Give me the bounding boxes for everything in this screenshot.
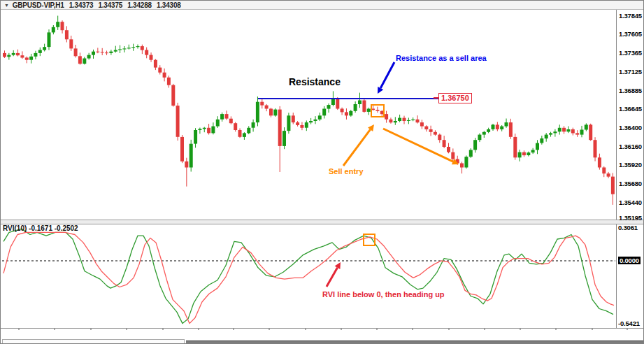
price-axis-label: 1.36885 [619,87,644,94]
resistance-sell-area-label[interactable]: Resistance as a sell area [396,54,487,62]
horizontal-scrollbar [1,338,644,344]
price-axis-label: 1.36160 [619,143,644,150]
rvi-note-label[interactable]: RVI line below 0, then heading up [322,290,445,299]
sell-entry-label[interactable]: Sell entry [329,167,364,175]
indicator-pane-splitter[interactable] [1,220,644,224]
scrollbar-track[interactable] [186,341,644,344]
rvi-indicator-header: RVI(10) -0.1671 -0.2502 [3,224,78,232]
scrollbar-thumb[interactable] [2,339,185,344]
price-axis-label: 1.35920 [619,161,644,169]
price-axis-label: 1.35680 [619,180,644,187]
rvi-signal-line [3,232,614,323]
time-axis: 1 Jul 20251 Jul 08:001 Jul 16:002 Jul 00… [1,328,644,338]
rvi-axis-label: 0.3061 [618,224,638,231]
price-axis-label: 1.37605 [619,30,644,38]
sell-entry-highlight-box[interactable] [371,104,385,117]
price-axis-label: 1.37365 [619,49,644,57]
rvi-axis-label: 0.0000 [618,257,641,264]
rvi-main-line [3,229,613,323]
price-axis-label: 1.37125 [619,68,644,76]
sell-entry-arrow [343,129,371,166]
rvi-lines [2,229,615,323]
rvi-arrow [327,268,338,287]
price-axis-label: 1.36645 [619,105,644,113]
candlestick-series [3,16,615,205]
price-axis-label: 1.37845 [619,12,644,20]
price-axis-label: 1.36400 [619,124,644,131]
resistance-price-tag[interactable]: 1.36750 [438,93,472,103]
chart-window: ▼ GBPUSD-VIP,H1 1.34373 1.34375 1.34288 … [0,0,644,344]
resistance-text-label[interactable]: Resistance [289,76,341,87]
rvi-signal-highlight-box[interactable] [363,234,375,246]
price-axis-label: 1.35195 [619,214,644,222]
price-axis-label: 1.35440 [619,199,644,206]
resistance-trendline[interactable] [258,98,439,99]
resistance-arrow [380,62,394,88]
price-axis-separator [616,10,617,328]
rvi-axis-label: -0.5421 [618,320,640,327]
